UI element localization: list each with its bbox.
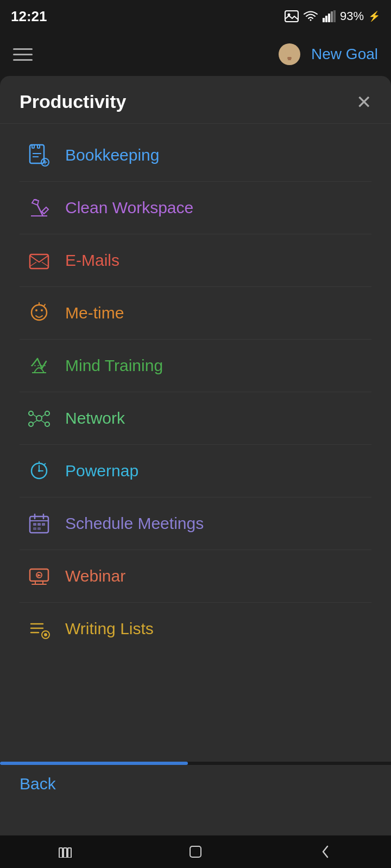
svg-rect-66 [64,848,67,858]
hamburger-button[interactable] [13,48,33,61]
modal-card: Productivity ✕ Bookkeeping Clean Workspa… [0,76,391,835]
svg-rect-65 [59,848,62,858]
svg-rect-49 [33,523,36,526]
goal-item-clean-workspace[interactable]: Clean Workspace [20,182,371,234]
svg-rect-5 [331,11,333,22]
signal-icon [323,10,336,22]
back-nav-button[interactable] [310,841,342,863]
modal-header: Productivity ✕ [0,76,391,124]
status-bar: 12:21 93% ⚡ [0,0,391,33]
back-area: Back [0,765,391,803]
mind-training-icon [25,352,53,380]
svg-line-20 [30,262,36,266]
svg-point-7 [285,48,294,58]
svg-line-44 [45,464,45,464]
recent-apps-button[interactable] [49,841,81,863]
status-time: 12:21 [11,8,47,25]
svg-point-33 [29,422,33,426]
goal-item-bookkeeping[interactable]: Bookkeeping [20,129,371,182]
svg-line-27 [42,361,46,368]
svg-rect-50 [37,523,41,526]
svg-point-42 [38,470,40,472]
powernap-label: Powernap [65,462,138,480]
svg-rect-8 [287,57,292,59]
close-button[interactable]: ✕ [356,93,371,111]
svg-rect-9 [288,59,291,60]
svg-point-24 [41,309,43,311]
goal-list: Bookkeeping Clean Workspace E-Mails Me-t… [0,124,391,660]
svg-line-36 [41,414,45,417]
svg-line-37 [33,420,37,423]
svg-point-30 [36,416,42,421]
clean-workspace-icon [25,194,53,222]
mind-training-label: Mind Training [65,356,163,375]
goal-item-emails[interactable]: E-Mails [20,234,371,287]
svg-line-25 [32,359,37,366]
goal-item-mind-training[interactable]: Mind Training [20,340,371,392]
svg-line-26 [37,359,42,368]
goal-item-schedule-meetings[interactable]: Schedule Meetings [20,497,371,550]
goal-item-writing-lists[interactable]: Writing Lists [20,603,371,655]
bookkeeping-label: Bookkeeping [65,146,159,164]
webinar-icon [25,562,53,590]
image-icon [285,10,299,22]
goal-item-webinar[interactable]: Webinar [20,550,371,603]
svg-line-35 [33,414,37,417]
svg-point-23 [35,309,37,311]
writing-lists-icon [25,615,53,643]
clean-workspace-label: Clean Workspace [65,199,193,217]
me-time-label: Me-time [65,304,124,322]
schedule-meetings-icon [25,509,53,538]
svg-rect-68 [190,846,201,857]
android-nav [0,835,391,868]
bulb-icon [279,43,300,65]
back-button[interactable]: Back [20,775,56,793]
svg-point-31 [29,411,33,416]
schedule-meetings-label: Schedule Meetings [65,514,204,533]
svg-point-34 [45,422,49,426]
powernap-icon [25,457,53,485]
battery-charging-icon: ⚡ [368,10,380,22]
modal-title: Productivity [20,91,126,112]
wifi-icon [303,10,318,22]
svg-rect-0 [285,11,298,22]
svg-line-21 [42,262,48,266]
svg-rect-67 [68,848,71,858]
top-nav-right: New Goal [279,43,378,65]
svg-point-32 [45,411,49,416]
top-nav: New Goal [0,33,391,76]
svg-rect-3 [325,16,327,22]
svg-rect-4 [328,14,330,22]
svg-point-64 [44,633,47,636]
svg-marker-56 [37,574,41,577]
svg-rect-11 [32,145,34,148]
svg-line-38 [41,420,45,423]
status-icons: 93% ⚡ [285,9,380,23]
me-time-icon [25,299,53,327]
goal-item-me-time[interactable]: Me-time [20,287,371,340]
home-button[interactable] [179,841,212,863]
svg-rect-12 [37,145,40,148]
emails-icon [25,246,53,275]
emails-label: E-Mails [65,251,119,270]
network-icon [25,404,53,432]
goal-item-network[interactable]: Network [20,392,371,445]
svg-rect-6 [333,10,336,22]
writing-lists-label: Writing Lists [65,620,154,638]
network-label: Network [65,409,125,427]
goal-item-powernap[interactable]: Powernap [20,445,371,497]
svg-rect-2 [323,18,325,22]
svg-rect-51 [42,523,45,526]
svg-rect-53 [37,527,41,530]
battery-text: 93% [340,9,364,23]
svg-rect-52 [33,527,36,530]
new-goal-button[interactable]: New Goal [311,46,378,63]
bookkeeping-icon [25,141,53,169]
webinar-label: Webinar [65,567,125,585]
